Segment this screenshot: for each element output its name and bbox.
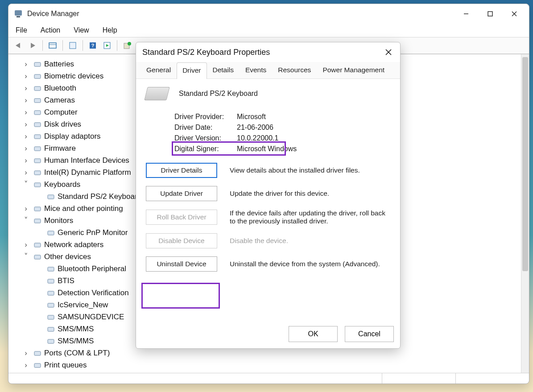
collapse-icon[interactable]: ˅: [22, 216, 30, 225]
scrollbar-thumb[interactable]: [522, 57, 528, 271]
device-icon: [33, 216, 42, 225]
expand-icon[interactable]: ›: [22, 60, 30, 69]
device-icon: [33, 72, 42, 81]
svg-rect-20: [34, 99, 41, 103]
dialog-titlebar: Standard PS/2 Keyboard Properties: [136, 42, 400, 62]
tree-item-label: Cameras: [44, 96, 75, 105]
expand-icon[interactable]: ›: [22, 168, 30, 177]
device-name: Standard PS/2 Keyboard: [179, 90, 258, 98]
dialog-footer: OK Cancel: [136, 322, 400, 348]
back-button[interactable]: [12, 39, 25, 52]
expand-icon[interactable]: ›: [22, 96, 30, 105]
close-button[interactable]: [502, 6, 526, 22]
device-icon: [46, 228, 56, 237]
collapse-icon[interactable]: ˅: [22, 180, 30, 189]
vertical-scrollbar[interactable]: [521, 54, 529, 373]
device-icon: [46, 301, 56, 309]
roll-back-driver-desc: If the device fails after updating the d…: [230, 209, 390, 225]
expand-icon[interactable]: ›: [22, 349, 30, 358]
device-icon: [46, 276, 56, 285]
tab-events[interactable]: Events: [240, 62, 272, 78]
svg-rect-33: [34, 255, 41, 259]
device-icon: [33, 96, 42, 105]
device-icon: [33, 252, 42, 261]
tree-item[interactable]: ›Print queues: [22, 359, 529, 371]
tree-item-label: Human Interface Devices: [44, 156, 129, 165]
svg-rect-37: [48, 303, 54, 307]
tab-general[interactable]: General: [140, 62, 177, 78]
expand-icon[interactable]: ›: [22, 72, 30, 81]
device-icon: [46, 325, 56, 334]
svg-rect-35: [48, 279, 54, 283]
device-icon: [46, 264, 56, 273]
digital-signer-label: Digital Signer:: [174, 145, 237, 153]
driver-details-button[interactable]: Driver Details: [146, 163, 217, 178]
svg-marker-14: [106, 44, 109, 47]
keyboard-icon: [144, 87, 169, 100]
expand-icon[interactable]: ›: [22, 156, 30, 165]
forward-button[interactable]: [26, 39, 39, 52]
uninstall-device-button[interactable]: Uninstall Device: [146, 256, 217, 272]
tree-item-label: Detection Verification: [58, 289, 129, 297]
menu-file[interactable]: File: [15, 26, 28, 34]
driver-version-label: Driver Version:: [174, 134, 237, 142]
maximize-button[interactable]: [478, 6, 502, 22]
expand-icon[interactable]: ›: [22, 108, 30, 117]
menu-help[interactable]: Help: [102, 26, 118, 34]
tree-item[interactable]: ›Ports (COM & LPT): [22, 347, 529, 359]
svg-rect-18: [34, 74, 41, 78]
device-icon: [46, 192, 56, 201]
tree-item-label: Intel(R) Dynamic Platform: [44, 168, 131, 177]
expand-icon[interactable]: ›: [22, 144, 30, 153]
show-hidden-button[interactable]: [46, 39, 59, 52]
update-driver-desc: Update the driver for this device.: [230, 190, 390, 198]
svg-rect-22: [34, 123, 41, 127]
tree-item-label: Generic PnP Monitor: [58, 228, 128, 237]
expand-icon[interactable]: ›: [22, 84, 30, 93]
titlebar: Device Manager: [8, 4, 529, 24]
dialog-tabs: General Driver Details Events Resources …: [136, 62, 400, 79]
device-icon: [33, 120, 42, 129]
svg-rect-21: [34, 111, 41, 115]
digital-signer-value: Microsoft Windows: [237, 145, 297, 153]
driver-version-value: 10.0.22000.1: [237, 134, 278, 142]
app-icon: [14, 9, 23, 18]
menu-view[interactable]: View: [73, 26, 90, 34]
cancel-button[interactable]: Cancel: [345, 326, 394, 342]
expand-icon[interactable]: ›: [22, 240, 30, 249]
device-icon: [33, 144, 42, 153]
tab-driver[interactable]: Driver: [177, 62, 207, 79]
expand-icon[interactable]: ›: [22, 361, 30, 370]
expand-icon[interactable]: ›: [22, 132, 30, 141]
svg-rect-31: [48, 231, 54, 235]
driver-provider-label: Driver Provider:: [174, 113, 237, 121]
svg-rect-3: [488, 12, 492, 16]
svg-rect-32: [34, 243, 41, 247]
help-button[interactable]: ?: [87, 39, 99, 52]
dialog-close-button[interactable]: [381, 45, 396, 59]
properties-button[interactable]: [66, 39, 79, 52]
ok-button[interactable]: OK: [289, 326, 338, 342]
update-driver-button-dlg[interactable]: Update Driver: [146, 186, 217, 201]
menu-action[interactable]: Action: [40, 26, 61, 34]
tree-item-label: SMS/MMS: [58, 337, 94, 346]
expand-icon[interactable]: ›: [22, 204, 30, 213]
expand-icon[interactable]: ›: [22, 120, 30, 129]
tab-resources[interactable]: Resources: [272, 62, 317, 78]
svg-rect-27: [34, 183, 41, 187]
svg-rect-39: [48, 327, 54, 331]
scan-button[interactable]: [101, 39, 113, 52]
tab-power-management[interactable]: Power Management: [317, 62, 390, 78]
roll-back-driver-button: Roll Back Driver: [146, 210, 217, 225]
collapse-icon[interactable]: ˅: [22, 252, 30, 261]
tab-details[interactable]: Details: [207, 62, 240, 78]
minimize-button[interactable]: [454, 6, 478, 22]
driver-date-value: 21-06-2006: [237, 124, 273, 132]
update-driver-button[interactable]: [121, 39, 133, 52]
svg-rect-23: [34, 135, 41, 139]
tree-item-label: SAMSUNGDEVICE: [58, 313, 124, 322]
svg-text:?: ?: [91, 43, 95, 48]
svg-rect-29: [34, 207, 41, 211]
svg-rect-10: [70, 42, 76, 49]
svg-rect-1: [17, 16, 20, 17]
